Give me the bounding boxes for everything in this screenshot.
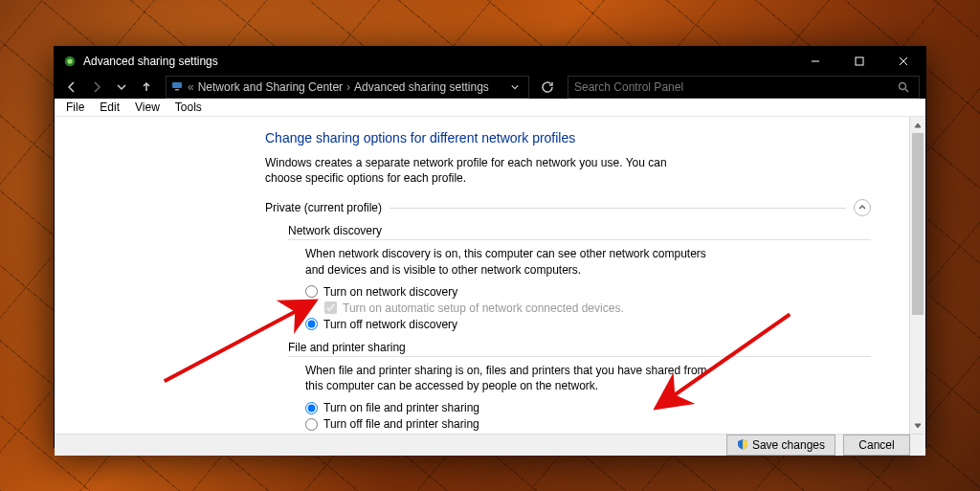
radio-netdisc-off[interactable]: Turn off network discovery (305, 318, 871, 331)
close-button[interactable] (881, 47, 925, 76)
svg-rect-3 (172, 82, 182, 88)
breadcrumb-parent[interactable]: Network and Sharing Center (198, 80, 343, 94)
radio-netdisc-on-input[interactable] (305, 285, 318, 298)
radio-netdisc-on-label: Turn on network discovery (323, 285, 457, 299)
fps-title: File and printer sharing (288, 341, 406, 354)
window-title: Advanced sharing settings (83, 55, 218, 68)
svg-rect-2 (856, 57, 863, 65)
divider (288, 239, 871, 240)
svg-rect-4 (175, 89, 179, 91)
checkbox-auto-setup: Turn on automatic setup of network conne… (324, 301, 871, 315)
svg-point-1 (67, 58, 72, 63)
section-network-discovery: Network discovery When network discovery… (288, 224, 871, 330)
menu-view[interactable]: View (127, 99, 167, 116)
address-bar[interactable]: « Network and Sharing Center › Advanced … (166, 76, 529, 99)
shield-icon (737, 438, 748, 453)
checkbox-auto-setup-label: Turn on automatic setup of network conne… (343, 301, 624, 315)
section-file-printer-sharing: File and printer sharing When file and p… (288, 341, 871, 431)
radio-fps-on-input[interactable] (305, 402, 318, 414)
recent-dropdown[interactable] (110, 76, 133, 99)
svg-point-5 (900, 83, 906, 90)
menu-tools[interactable]: Tools (167, 99, 210, 116)
chevron-left-icon: « (188, 80, 194, 94)
radio-fps-off[interactable]: Turn off file and printer sharing (305, 417, 871, 431)
scroll-up-button[interactable] (910, 117, 925, 133)
cancel-button[interactable]: Cancel (843, 435, 910, 456)
menubar: File Edit View Tools (55, 99, 925, 117)
collapse-icon[interactable] (854, 199, 871, 216)
group-private-label: Private (current profile) (265, 201, 382, 214)
search-input[interactable] (574, 80, 894, 94)
content-pane: Change sharing options for different net… (55, 117, 909, 434)
save-changes-button[interactable]: Save changes (726, 435, 835, 456)
footer: Save changes Cancel (55, 434, 925, 456)
breadcrumb-current[interactable]: Advanced sharing settings (354, 80, 489, 94)
divider (390, 208, 846, 209)
cancel-label: Cancel (858, 438, 894, 452)
search-box[interactable] (568, 76, 920, 99)
maximize-button[interactable] (837, 47, 881, 76)
netdisc-desc: When network discovery is on, this compu… (305, 246, 707, 277)
radio-netdisc-on[interactable]: Turn on network discovery (305, 285, 871, 299)
menu-file[interactable]: File (58, 99, 92, 116)
forward-button[interactable] (85, 76, 108, 99)
titlebar: Advanced sharing settings (55, 47, 925, 76)
radio-fps-on-label: Turn on file and printer sharing (323, 401, 479, 414)
page-description: Windows creates a separate network profi… (265, 155, 705, 186)
navbar: « Network and Sharing Center › Advanced … (55, 76, 925, 99)
page-heading: Change sharing options for different net… (265, 130, 871, 145)
up-button[interactable] (135, 76, 158, 99)
minimize-button[interactable] (793, 47, 837, 76)
search-icon (894, 81, 913, 93)
radio-fps-off-label: Turn off file and printer sharing (323, 417, 479, 431)
app-icon (62, 54, 78, 69)
radio-fps-off-input[interactable] (305, 418, 318, 431)
chevron-right-icon: › (346, 80, 350, 94)
app-window: Advanced sharing settings « (54, 46, 926, 448)
divider (288, 356, 871, 357)
scroll-down-button[interactable] (910, 417, 925, 434)
radio-netdisc-off-input[interactable] (305, 318, 318, 330)
scroll-thumb[interactable] (912, 133, 924, 315)
save-changes-label: Save changes (752, 438, 825, 452)
radio-fps-on[interactable]: Turn on file and printer sharing (305, 401, 871, 414)
back-button[interactable] (60, 76, 83, 99)
group-private-header[interactable]: Private (current profile) (265, 199, 871, 216)
netdisc-title: Network discovery (288, 224, 382, 237)
radio-netdisc-off-label: Turn off network discovery (323, 318, 457, 331)
menu-edit[interactable]: Edit (92, 99, 127, 116)
address-history-dropdown[interactable] (505, 80, 524, 94)
content-area: Change sharing options for different net… (55, 117, 925, 434)
fps-desc: When file and printer sharing is on, fil… (305, 363, 707, 393)
refresh-button[interactable] (537, 77, 558, 98)
location-icon (170, 79, 184, 96)
vertical-scrollbar[interactable] (909, 117, 925, 434)
checkbox-auto-setup-input (324, 301, 337, 314)
